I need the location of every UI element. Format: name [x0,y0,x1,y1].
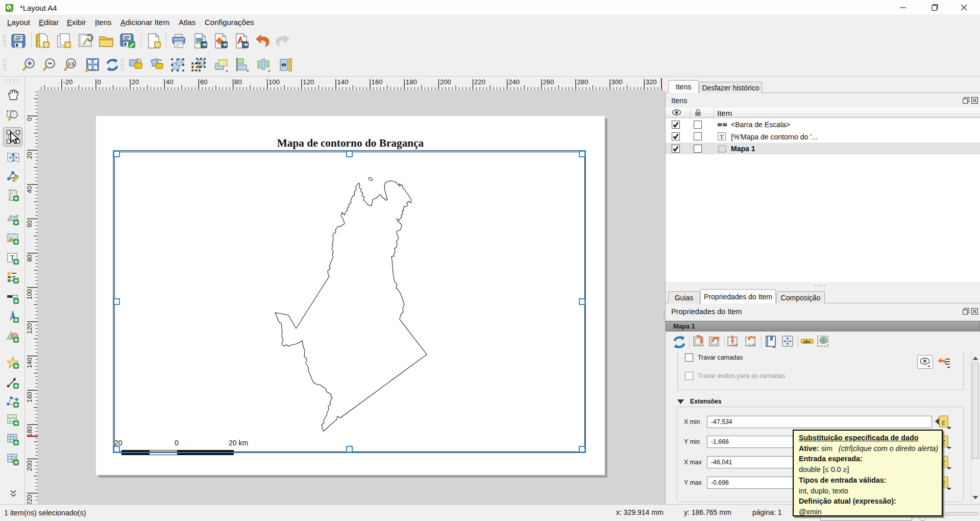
svg-text:-20: -20 [63,78,72,86]
svg-text:200: 200 [26,460,33,471]
svg-text:0: 0 [26,117,33,121]
svg-text:180: 180 [26,426,33,437]
svg-text:0: 0 [97,78,101,86]
svg-text:1:23: 1:23 [730,343,738,347]
svg-text:80: 80 [234,78,242,86]
svg-text:300: 300 [611,78,623,86]
svg-text:160: 160 [26,392,33,402]
svg-text:220: 220 [26,494,33,504]
svg-text:abc: abc [803,339,811,344]
svg-text:80: 80 [26,255,33,262]
svg-text:280: 280 [577,78,589,86]
svg-text:140: 140 [26,358,33,368]
svg-text:1:23: 1:23 [748,343,755,347]
svg-text:320: 320 [646,78,657,86]
svg-text:1:1: 1:1 [67,61,74,66]
svg-text:40: 40 [166,78,174,86]
svg-text:180: 180 [406,78,417,86]
svg-text:40: 40 [26,186,33,193]
svg-text:120: 120 [26,323,33,334]
svg-text:20: 20 [132,78,139,86]
svg-text:220: 220 [474,78,485,86]
svg-text:ε: ε [942,417,946,427]
svg-text:120: 120 [303,78,314,86]
svg-text:20: 20 [26,152,33,159]
svg-text:60: 60 [200,78,208,86]
svg-text:260: 260 [543,78,554,86]
svg-text:100: 100 [26,289,33,300]
svg-text:160: 160 [372,78,383,86]
svg-text:140: 140 [337,78,349,86]
svg-text:240: 240 [508,78,520,86]
svg-text:T: T [720,133,724,140]
svg-text:100: 100 [268,78,280,86]
svg-text:200: 200 [440,78,451,86]
svg-text:60: 60 [26,220,33,227]
